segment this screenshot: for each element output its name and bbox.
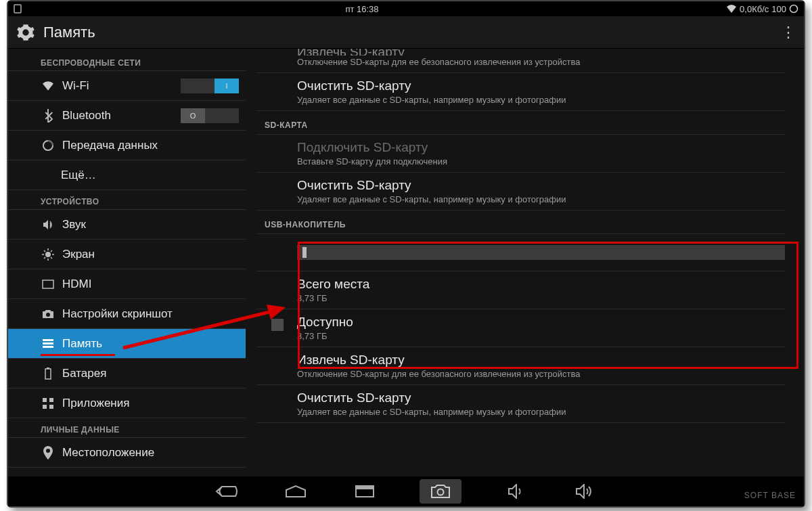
row-erase-sd-2[interactable]: Очистить SD-карту Удаляет все данные с S… [256, 173, 785, 210]
storage-detail-panel: Извлечь SD-карту Отключение SD-карты для… [248, 49, 804, 476]
sound-icon [41, 217, 55, 232]
battery-icon [41, 366, 55, 381]
svg-line-9 [51, 257, 52, 259]
wifi-icon [41, 79, 55, 93]
page-title: Память [43, 24, 781, 41]
svg-rect-24 [356, 486, 374, 489]
camera-icon [41, 307, 55, 321]
sidebar-item-label: HDMI [62, 277, 91, 291]
usb-storage-bar [256, 234, 785, 271]
available-color-swatch [271, 319, 284, 331]
sidebar-item-label: Экран [62, 248, 95, 261]
svg-rect-15 [43, 342, 53, 345]
status-time: пт 16:38 [35, 4, 689, 14]
sidebar-item-screenshot[interactable]: Настройки скриншот [8, 299, 246, 329]
row-erase-sd-top[interactable]: Очистить SD-карту Удаляет все данные с S… [256, 73, 785, 111]
svg-rect-14 [43, 339, 53, 341]
sidebar-item-label: Wi-Fi [62, 79, 89, 93]
svg-point-13 [46, 313, 50, 317]
hdmi-icon [41, 277, 55, 292]
category-personal: ЛИЧНЫЕ ДАННЫЕ [8, 418, 246, 438]
svg-rect-22 [49, 405, 53, 409]
sidebar-item-label: Настройки скриншот [62, 307, 173, 321]
rotation-lock-icon [8, 3, 35, 14]
row-eject-sd-bottom[interactable]: Извлечь SD-карту Отключение SD-карты для… [256, 347, 785, 385]
sidebar-item-location[interactable]: Местоположение [8, 438, 246, 468]
svg-rect-12 [43, 280, 53, 288]
wifi-icon [726, 4, 737, 14]
bluetooth-icon [41, 108, 55, 123]
row-eject-sd-top[interactable]: Извлечь SD-карту Отключение SD-карты для… [256, 49, 785, 73]
bluetooth-toggle[interactable]: O [181, 108, 239, 123]
nav-screenshot-button[interactable] [420, 479, 461, 504]
sidebar-item-label: Ещё… [61, 169, 96, 182]
sidebar-item-label: Память [62, 337, 102, 351]
sidebar-item-display[interactable]: Экран [8, 240, 246, 269]
svg-line-11 [51, 250, 52, 252]
row-available[interactable]: Доступно 3,73 ГБ [256, 309, 785, 347]
svg-rect-18 [47, 368, 49, 369]
row-mount-sd: Подключить SD-карту Вставьте SD-карту дл… [256, 135, 785, 173]
watermark: SOFT BASE [744, 491, 796, 500]
svg-rect-19 [43, 398, 47, 402]
row-total-space[interactable]: Всего места 3,73 ГБ [256, 271, 785, 309]
nav-volume-up-button[interactable] [571, 481, 600, 502]
settings-gear-icon [16, 23, 35, 42]
sidebar-item-label: Передача данных [62, 139, 158, 152]
action-bar: Память ⋮ [8, 16, 804, 49]
status-bar: пт 16:38 0,0Кб/с 100 [8, 1, 804, 16]
nav-back-button[interactable] [212, 481, 241, 502]
sidebar-item-label: Приложения [62, 397, 129, 410]
sidebar-item-hdmi[interactable]: HDMI [8, 269, 246, 299]
svg-rect-17 [45, 369, 51, 379]
svg-rect-16 [43, 346, 53, 348]
status-battery: 100 [771, 4, 786, 14]
section-sd-card: SD-КАРТА [256, 111, 785, 135]
annotation-underline [41, 354, 115, 356]
overflow-menu-icon[interactable]: ⋮ [781, 24, 796, 41]
sidebar-item-label: Bluetooth [62, 109, 111, 123]
nav-home-button[interactable] [281, 481, 310, 502]
sidebar-item-label: Звук [62, 218, 86, 231]
svg-point-3 [45, 252, 51, 257]
svg-point-1 [790, 5, 798, 13]
svg-line-10 [44, 257, 45, 259]
sidebar-item-more[interactable]: Ещё… [8, 160, 246, 190]
settings-sidebar: БЕСПРОВОДНЫЕ СЕТИ Wi-Fi I Bluetooth O Пе… [8, 49, 248, 476]
nav-volume-down-button[interactable] [502, 481, 531, 502]
brightness-icon [41, 247, 55, 262]
location-icon [41, 445, 55, 460]
data-usage-icon [41, 138, 55, 153]
sidebar-item-label: Местоположение [62, 446, 154, 460]
sidebar-item-bluetooth[interactable]: Bluetooth O [8, 101, 246, 131]
category-wireless: БЕСПРОВОДНЫЕ СЕТИ [8, 51, 246, 71]
nav-recent-button[interactable] [351, 481, 379, 502]
category-device: УСТРОЙСТВО [8, 190, 246, 210]
status-netspeed: 0,0Кб/с [740, 4, 769, 14]
storage-icon [41, 336, 55, 351]
sidebar-item-apps[interactable]: Приложения [8, 388, 246, 418]
svg-point-25 [438, 489, 444, 495]
sidebar-item-sound[interactable]: Звук [8, 210, 246, 240]
svg-line-8 [44, 250, 45, 252]
sidebar-item-wifi[interactable]: Wi-Fi I [8, 71, 246, 101]
svg-rect-0 [14, 5, 21, 13]
sidebar-item-label: Батарея [62, 367, 106, 380]
navigation-bar: SOFT BASE [8, 476, 804, 506]
battery-icon [789, 4, 798, 14]
apps-icon [41, 396, 55, 411]
row-erase-sd-bottom[interactable]: Очистить SD-карту Удаляет все данные с S… [256, 385, 785, 423]
svg-rect-21 [43, 405, 47, 409]
sidebar-item-battery[interactable]: Батарея [8, 359, 246, 388]
wifi-toggle[interactable]: I [181, 79, 239, 93]
section-usb-storage: USB-НАКОПИТЕЛЬ [256, 210, 785, 234]
sidebar-item-data-usage[interactable]: Передача данных [8, 131, 246, 160]
sidebar-item-storage[interactable]: Память [8, 329, 246, 359]
svg-rect-20 [49, 398, 53, 402]
